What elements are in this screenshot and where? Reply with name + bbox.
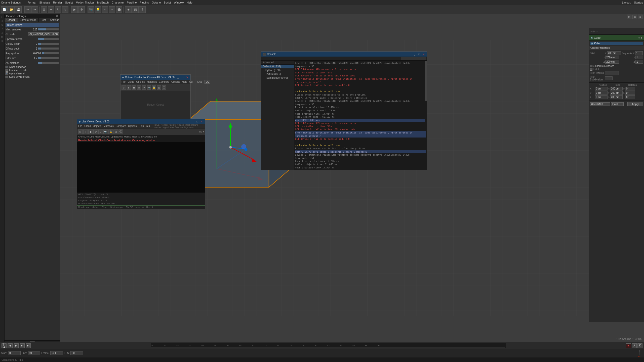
orm-settings[interactable]: ⚙ — [137, 85, 141, 90]
lv-refresh[interactable]: ↺ — [98, 129, 103, 134]
alpha-channel-check[interactable]: Alpha channel — [6, 72, 59, 75]
lv-file[interactable]: File — [78, 125, 82, 127]
seg-z-input[interactable] — [635, 60, 643, 64]
octane-render-maximize[interactable]: □ — [181, 75, 184, 79]
octane-render-close[interactable]: ✕ — [185, 75, 189, 79]
console-sidebar-python[interactable]: Python (0 / 0) — [261, 68, 294, 72]
menu-pipeline[interactable]: Pipeline — [127, 1, 137, 4]
menu-octane[interactable]: Octane — [152, 1, 161, 4]
seg-y-input[interactable] — [635, 56, 643, 59]
left-tool-5[interactable]: ◇ — [1, 31, 4, 35]
rotate-icon[interactable]: ↻ — [55, 6, 61, 13]
render-settings-icon[interactable]: ⚙ — [78, 6, 85, 13]
octane-render-window[interactable]: ◈ Octane Render For Cinema 4D Demo V4.00… — [120, 74, 191, 125]
menu-motion-tracker[interactable]: Motion Tracker — [76, 1, 94, 4]
max-samples-slider[interactable] — [38, 28, 59, 30]
viewport-camera-icon[interactable]: ⊞ — [627, 15, 631, 19]
orm-stop[interactable]: ⏹ — [132, 85, 136, 90]
lv-play[interactable]: ▷ — [78, 129, 83, 134]
menu-character[interactable]: Character — [112, 1, 124, 4]
size-z-input[interactable] — [605, 60, 619, 64]
console-log-content[interactable]: Device:0 TotMem:6Gb rtData:0Mb film:0Mb … — [294, 61, 427, 170]
scale-icon[interactable]: ⤡ — [62, 6, 68, 13]
timeline-prev-frame[interactable]: ◀ — [8, 343, 13, 348]
lv-grid[interactable]: ⊞ — [113, 129, 118, 134]
menu-simulate2[interactable]: Simulate — [39, 1, 50, 4]
open-icon[interactable]: 📂 — [8, 6, 15, 13]
irradiance-mode-check[interactable]: Irradiance mode — [6, 69, 59, 72]
irradiance-mode-checkbox[interactable] — [6, 69, 8, 72]
ray-epsilon-slider[interactable] — [42, 52, 59, 54]
live-viewer-maximize[interactable]: □ — [195, 120, 199, 123]
object-mode-dropdown[interactable]: Object (Ref) — [590, 102, 610, 106]
filter-size-slider[interactable] — [38, 57, 59, 59]
fillet-check[interactable]: Fillet — [590, 68, 643, 71]
redo-icon[interactable]: ↪ — [31, 6, 38, 13]
lv-info[interactable]: ⓘ — [118, 129, 123, 134]
console-maximize[interactable]: □ — [417, 52, 421, 56]
size-x-input[interactable] — [607, 51, 621, 55]
fillet-checkbox[interactable] — [590, 68, 592, 71]
orm-camera2[interactable]: 📷 — [147, 85, 151, 90]
tl-end-input[interactable] — [28, 351, 40, 355]
live-viewer-window[interactable]: ◈ Live Viewer Demo V4.00 _ □ ✕ File Clou… — [77, 119, 205, 209]
settings-minimize[interactable]: _ — [53, 14, 55, 18]
tab-post[interactable]: Post — [39, 18, 48, 22]
viewport-display-icon[interactable]: ▦ — [632, 15, 637, 19]
live-viewer-minimize[interactable]: _ — [191, 120, 194, 123]
sphere-icon[interactable]: ○ — [109, 6, 115, 13]
menu-mograph[interactable]: MoGraph — [97, 1, 109, 4]
console-close[interactable]: ✕ — [422, 52, 425, 56]
separate-surfaces-checkbox[interactable] — [590, 65, 592, 67]
timeline-next-frame[interactable]: ▶| — [20, 343, 25, 348]
initial-dropdown[interactable]: Initial — [611, 102, 624, 106]
layout-value[interactable]: Startup — [634, 1, 643, 4]
settings-close[interactable]: ✕ — [56, 14, 58, 18]
camera-icon[interactable]: 📷 — [88, 6, 94, 13]
coord-pos-y[interactable] — [595, 91, 608, 95]
ao-distance-slider[interactable] — [38, 62, 59, 64]
seg-x-input[interactable] — [635, 51, 643, 55]
texture-icon[interactable]: ▨ — [132, 6, 139, 13]
save-icon[interactable]: 💾 — [15, 6, 22, 13]
select-icon[interactable]: ⊞ — [41, 6, 47, 13]
glossy-depth-slider[interactable] — [38, 43, 59, 45]
new-icon[interactable]: 📄 — [1, 6, 8, 13]
orm-play[interactable]: ▷ — [122, 85, 126, 90]
tab-settings[interactable]: Settings — [48, 18, 61, 22]
coord-size-z[interactable] — [610, 95, 623, 99]
console-scrollbar[interactable] — [425, 61, 427, 126]
light-icon[interactable]: 💡 — [95, 6, 101, 13]
console-sidebar-texture[interactable]: Texture (0 / 0) — [261, 72, 294, 76]
orm-info[interactable]: ⓘ — [162, 85, 166, 90]
left-tool-1[interactable]: ▸ — [1, 15, 4, 19]
lv-help[interactable]: Help — [139, 125, 144, 127]
timeline-play[interactable]: ▶ — [14, 343, 19, 348]
specular-depth-slider[interactable] — [38, 38, 59, 40]
orm-lock[interactable]: 🔒 — [152, 85, 156, 90]
tl-start-input[interactable] — [8, 351, 21, 355]
orm-file[interactable]: File — [122, 80, 126, 83]
orm-options[interactable]: Options — [171, 80, 180, 83]
keep-environment-checkbox[interactable] — [6, 76, 8, 78]
coord-rot-y[interactable] — [625, 91, 635, 95]
lv-gui[interactable]: Gui — [146, 125, 150, 127]
size-y-input[interactable] — [605, 56, 619, 59]
main-viewport-area[interactable]: Grid Spacing : 100 cm ⊞ ▦ ≡ ◈ Octane Ren… — [60, 14, 644, 342]
coord-rot-z[interactable] — [625, 95, 635, 99]
viewport-filter-icon[interactable]: ≡ — [638, 15, 642, 19]
render-icon[interactable]: ▶ — [71, 6, 78, 13]
alpha-shadows-checkbox[interactable] — [6, 66, 8, 68]
help-icon[interactable]: ? — [139, 6, 146, 13]
menu-plugins[interactable]: Plugins — [140, 1, 149, 4]
orm-help[interactable]: Help — [182, 80, 187, 83]
move-icon[interactable]: ✛ — [48, 6, 54, 13]
menu-script[interactable]: Script — [164, 1, 171, 4]
menu-render[interactable]: Render — [53, 1, 62, 4]
console-search-input[interactable] — [401, 57, 426, 60]
menu-simulate[interactable]: Format — [27, 1, 36, 4]
fillet-sub-input[interactable] — [605, 76, 613, 80]
fillet-radius-input[interactable] — [605, 71, 619, 75]
scene-item-cube[interactable]: ▣ Cube — [590, 42, 643, 45]
alpha-channel-checkbox[interactable] — [6, 72, 8, 75]
